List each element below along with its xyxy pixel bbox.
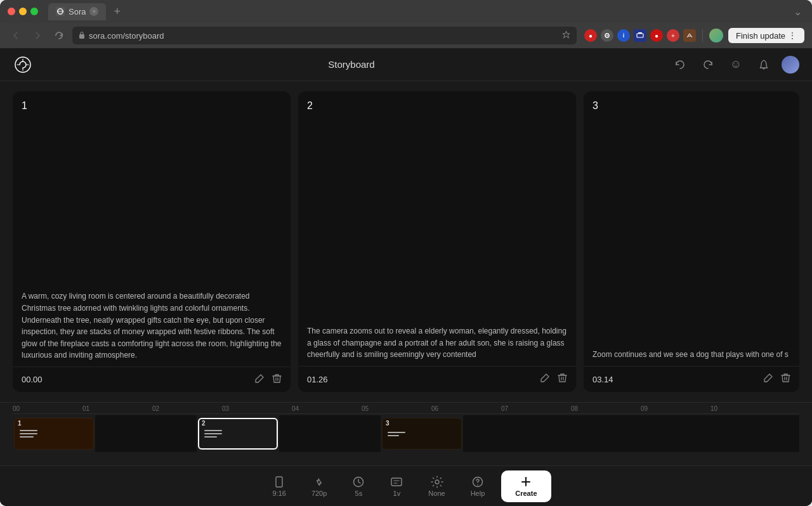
browser-user-avatar[interactable]: [709, 29, 723, 42]
ruler-mark-8: 08: [571, 405, 641, 412]
lock-icon: [79, 31, 85, 40]
resolution-label: 720p: [311, 490, 327, 497]
card-number-2: 2: [307, 100, 313, 112]
card-number-3: 3: [593, 100, 598, 112]
help-item[interactable]: Help: [459, 470, 497, 502]
create-button[interactable]: Create: [501, 470, 551, 502]
app-title: Storyboard: [33, 59, 670, 70]
browser-toolbar: sora.com/storyboard ● i ● + Finish updat…: [0, 23, 812, 48]
timeline-clip-1[interactable]: 1: [13, 415, 95, 452]
maximize-traffic-light[interactable]: [30, 8, 38, 15]
ruler-mark-4: 04: [292, 405, 362, 412]
extension-icon-2[interactable]: [601, 29, 613, 42]
version-icon: [390, 476, 403, 488]
url-text: sora.com/storyboard: [89, 31, 558, 41]
window-controls-right: ⌄: [794, 6, 804, 18]
user-avatar[interactable]: [782, 56, 799, 74]
address-bar[interactable]: sora.com/storyboard: [72, 27, 577, 44]
active-tab[interactable]: Sora ×: [48, 3, 106, 20]
extension-icon-7[interactable]: [683, 29, 696, 42]
svg-rect-6: [638, 32, 642, 34]
svg-rect-16: [391, 478, 402, 486]
card-number-1: 1: [22, 100, 27, 112]
extension-icon-3[interactable]: i: [617, 29, 630, 42]
toolbar-divider: [702, 29, 703, 42]
forward-button[interactable]: [29, 27, 46, 44]
help-icon: [471, 476, 484, 488]
new-tab-button[interactable]: +: [108, 5, 126, 18]
clip-number-3: 3: [386, 420, 390, 427]
help-label: Help: [471, 490, 485, 497]
resolution-item[interactable]: 720p: [300, 470, 338, 502]
story-card-2[interactable]: 2 The camera zooms out to reveal a elder…: [298, 91, 576, 392]
style-item[interactable]: None: [417, 470, 456, 502]
timeline-gap-2-3: [279, 415, 381, 452]
emoji-button[interactable]: ☺: [726, 55, 746, 75]
aspect-ratio-icon: [273, 476, 285, 488]
ruler-mark-6: 06: [431, 405, 501, 412]
app-logo: [13, 55, 33, 75]
version-label: 1v: [393, 490, 401, 497]
svg-point-4: [606, 35, 608, 36]
duration-item[interactable]: 5s: [341, 470, 376, 502]
card-edit-icon-2[interactable]: [540, 373, 550, 386]
ruler-mark-3: 03: [222, 405, 292, 412]
browser-extensions: ● i ● +: [584, 29, 696, 42]
browser-window: Sora × + ⌄ sora.com/storyboard ●: [0, 0, 812, 506]
story-card-3[interactable]: 3 Zoom continues and we see a dog that p…: [584, 91, 799, 392]
timeline-ruler: 00 01 02 03 04 05 06 07 08 09 10: [13, 403, 799, 414]
storyboard-area: 1 A warm, cozy living room is centered a…: [0, 81, 812, 402]
clip-number-1: 1: [18, 420, 22, 427]
card-timestamp-3: 03.14: [593, 375, 763, 384]
timeline-empty: [463, 415, 799, 452]
card-delete-icon-1[interactable]: [272, 373, 282, 386]
card-delete-icon-2[interactable]: [558, 373, 567, 386]
extension-icon-5[interactable]: ●: [650, 29, 663, 42]
card-edit-icon-3[interactable]: [763, 373, 773, 386]
create-label: Create: [515, 490, 537, 497]
aspect-ratio-label: 9:16: [272, 490, 285, 497]
notification-button[interactable]: [754, 55, 774, 75]
svg-point-17: [435, 480, 439, 484]
svg-rect-5: [637, 34, 643, 37]
traffic-lights: [8, 8, 38, 15]
ruler-mark-5: 05: [362, 405, 431, 412]
tab-bar: Sora × +: [48, 3, 789, 20]
ruler-mark-0: 00: [13, 405, 82, 412]
timeline-gap-1-2: [95, 415, 197, 452]
story-card-1[interactable]: 1 A warm, cozy living room is centered a…: [13, 91, 291, 392]
card-timestamp-2: 01.26: [307, 375, 540, 384]
header-actions: ☺: [670, 55, 799, 75]
duration-icon: [352, 476, 365, 488]
timeline-clip-3[interactable]: 3: [381, 415, 463, 452]
duration-label: 5s: [355, 490, 363, 497]
card-timestamp-1: 00.00: [22, 375, 254, 384]
ruler-mark-7: 07: [501, 405, 571, 412]
minimize-traffic-light[interactable]: [19, 8, 27, 15]
card-text-2: The camera zooms out to reveal a elderly…: [307, 325, 567, 361]
card-delete-icon-3[interactable]: [781, 373, 790, 386]
svg-rect-2: [79, 34, 84, 39]
extension-icon-1[interactable]: ●: [584, 29, 597, 42]
timeline-track-area: 1 2: [13, 415, 799, 452]
card-text-3: Zoom continues and we see a dog that pla…: [593, 349, 790, 361]
finish-update-button[interactable]: Finish update ⋮: [728, 28, 804, 43]
timeline-clip-2[interactable]: 2: [197, 415, 279, 452]
aspect-ratio-item[interactable]: 9:16: [261, 470, 297, 502]
refresh-button[interactable]: [51, 27, 67, 44]
extension-icon-4[interactable]: [634, 29, 646, 42]
tab-close-button[interactable]: ×: [89, 7, 98, 16]
browser-titlebar: Sora × + ⌄: [0, 0, 812, 23]
tab-title: Sora: [69, 7, 86, 16]
undo-button[interactable]: [670, 55, 690, 75]
resolution-icon: [313, 476, 325, 488]
svg-rect-14: [276, 477, 282, 487]
version-item[interactable]: 1v: [379, 470, 414, 502]
extension-icon-6[interactable]: +: [667, 29, 679, 42]
card-edit-icon-1[interactable]: [254, 373, 265, 386]
close-traffic-light[interactable]: [8, 8, 15, 15]
style-icon: [431, 476, 443, 488]
bookmark-icon[interactable]: [562, 30, 570, 41]
back-button[interactable]: [8, 27, 24, 44]
redo-button[interactable]: [698, 55, 718, 75]
